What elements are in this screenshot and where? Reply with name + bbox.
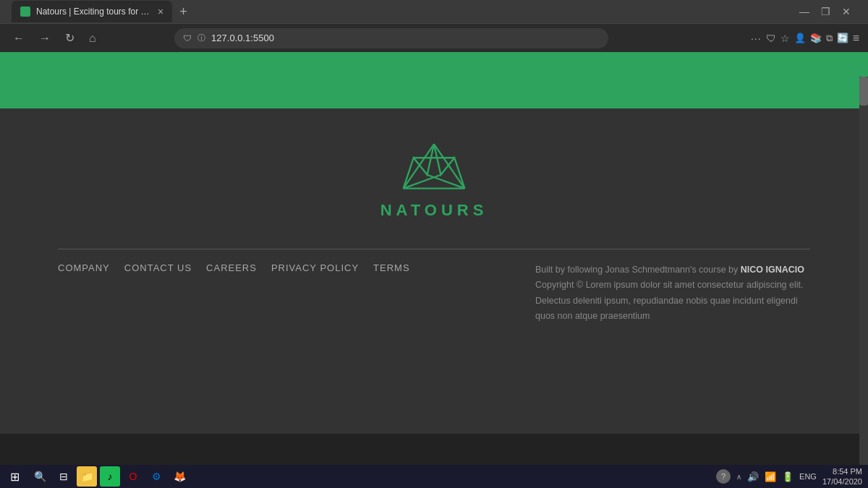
taskbar-right: ? ∧ 🔊 📶 🔋 ENG 8:54 PM 17/04/2020	[716, 466, 868, 487]
back-button[interactable]: ←	[9, 29, 29, 48]
taskbar-search-button[interactable]: 🔍	[29, 465, 51, 488]
taskbar-app-firefox[interactable]: 🦊	[169, 466, 190, 487]
profile-icon[interactable]: 👤	[794, 33, 806, 43]
taskbar-app-files[interactable]: 📁	[77, 466, 97, 487]
taskbar-app-task-view[interactable]: ⊟	[54, 466, 74, 487]
library-icon[interactable]: 📚	[810, 33, 822, 43]
nav-right: ··· 🛡 ☆ 👤 📚 ⧉ 🔄 ≡	[751, 32, 859, 45]
taskbar-battery-icon[interactable]: 🔋	[782, 471, 793, 482]
natours-logo	[398, 137, 470, 195]
menu-icon[interactable]: ≡	[853, 32, 859, 45]
taskbar-speaker-icon[interactable]: 🔊	[747, 471, 759, 482]
taskbar-wifi-icon[interactable]: 📶	[765, 471, 776, 482]
taskbar-clock: 8:54 PM	[822, 466, 862, 476]
footer-nav-terms[interactable]: TERMS	[373, 262, 410, 273]
tabs-icon[interactable]: ⧉	[826, 33, 833, 44]
url-text[interactable]: 127.0.0.1:5500	[211, 33, 600, 43]
forward-button[interactable]: →	[35, 29, 55, 48]
tab-close-button[interactable]: ×	[158, 6, 163, 17]
taskbar-chevron-icon[interactable]: ∧	[736, 473, 741, 481]
taskbar-app-vscode[interactable]: ⚙	[146, 466, 166, 487]
footer-nav-careers[interactable]: CAREERS	[206, 262, 257, 273]
footer: NATOURS COMPANY CONTACT US CAREERS PRIVA…	[0, 108, 868, 434]
logo-text: NATOURS	[380, 201, 488, 220]
divider-line-left	[58, 249, 810, 249]
tab-favicon	[20, 7, 30, 17]
taskbar-time[interactable]: 8:54 PM 17/04/2020	[822, 466, 862, 487]
window-minimize-button[interactable]: —	[799, 6, 809, 17]
taskbar-app-music[interactable]: ♪	[100, 466, 120, 487]
new-tab-button[interactable]: +	[175, 4, 192, 20]
refresh-button[interactable]: ↻	[61, 28, 79, 48]
page-content: NATOURS COMPANY CONTACT US CAREERS PRIVA…	[0, 52, 868, 440]
taskbar-apps: ⊟ 📁 ♪ O ⚙ 🦊	[51, 466, 192, 487]
footer-bottom: COMPANY CONTACT US CAREERS PRIVACY POLIC…	[58, 262, 810, 324]
shield-icon: 🛡	[183, 33, 192, 43]
taskbar-question-icon[interactable]: ?	[716, 469, 731, 484]
logo-area: NATOURS	[380, 137, 488, 220]
start-icon: ⊞	[10, 470, 20, 484]
footer-copy-prefix: Built by following Jonas Schmedtmann's c…	[535, 265, 741, 275]
green-banner	[0, 52, 868, 108]
bookmark-icon[interactable]: ☆	[780, 33, 790, 44]
home-button[interactable]: ⌂	[85, 29, 101, 48]
browser-chrome: Natours | Exciting tours for adv... × + …	[0, 0, 868, 52]
window-restore-button[interactable]: ❐	[821, 6, 830, 17]
footer-nav-privacy-policy[interactable]: PRIVACY POLICY	[271, 262, 359, 273]
scrollbar-thumb[interactable]	[859, 77, 868, 106]
taskbar-date: 17/04/2020	[822, 476, 862, 487]
url-bar[interactable]: 🛡 ⓘ 127.0.0.1:5500	[174, 28, 608, 48]
more-button[interactable]: ···	[751, 33, 762, 44]
active-tab[interactable]: Natours | Exciting tours for adv... ×	[12, 1, 172, 22]
title-bar: Natours | Exciting tours for adv... × + …	[0, 0, 868, 23]
window-close-button[interactable]: ✕	[842, 6, 851, 17]
taskbar-language: ENG	[799, 472, 817, 481]
footer-nav: COMPANY CONTACT US CAREERS PRIVACY POLIC…	[58, 262, 410, 273]
lock-icon: ⓘ	[197, 33, 205, 43]
footer-copy-author: NICO IGNACIO	[741, 265, 804, 275]
search-icon: 🔍	[34, 471, 46, 482]
footer-nav-contact-us[interactable]: CONTACT US	[124, 262, 192, 273]
taskbar-app-opera[interactable]: O	[123, 466, 143, 487]
shield-nav-icon[interactable]: 🛡	[766, 33, 776, 44]
nav-bar: ← → ↻ ⌂ 🛡 ⓘ 127.0.0.1:5500 ··· 🛡 ☆ 👤 📚 ⧉…	[0, 23, 868, 52]
start-button[interactable]: ⊞	[0, 465, 29, 488]
taskbar: ⊞ 🔍 ⊟ 📁 ♪ O ⚙ 🦊 ? ∧ 🔊 📶 🔋 ENG 8:54 PM 17…	[0, 465, 868, 488]
footer-nav-company[interactable]: COMPANY	[58, 262, 110, 273]
scrollbar[interactable]	[859, 77, 868, 465]
footer-copy-body: Copyright © Lorem ipsum dolor sit amet c…	[535, 278, 810, 324]
sync-icon[interactable]: 🔄	[837, 33, 848, 43]
footer-divider-top	[58, 249, 810, 249]
tab-title: Natours | Exciting tours for adv...	[36, 7, 152, 17]
footer-copyright: Built by following Jonas Schmedtmann's c…	[535, 262, 810, 324]
